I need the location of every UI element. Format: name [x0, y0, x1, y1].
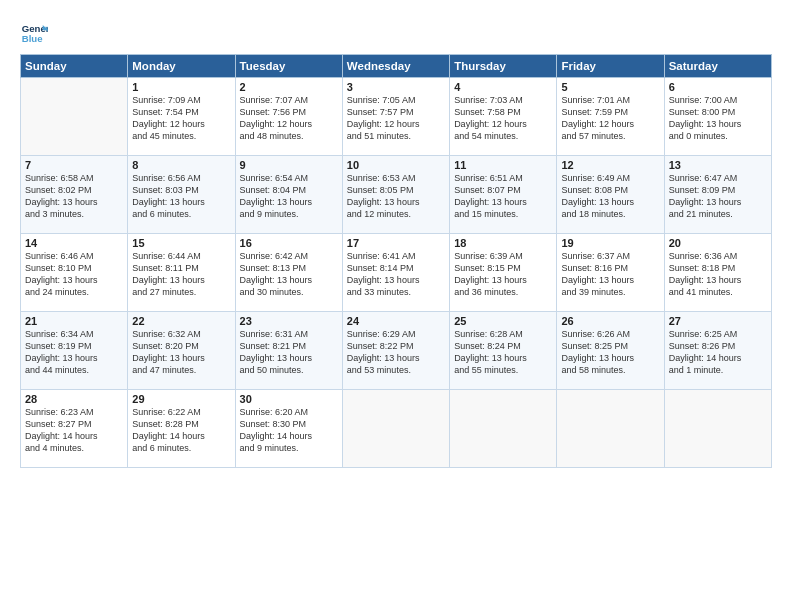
calendar-cell: 24Sunrise: 6:29 AM Sunset: 8:22 PM Dayli… [342, 312, 449, 390]
calendar-cell: 19Sunrise: 6:37 AM Sunset: 8:16 PM Dayli… [557, 234, 664, 312]
cell-text: Sunrise: 7:03 AM Sunset: 7:58 PM Dayligh… [454, 94, 552, 143]
header-area: General Blue [20, 18, 772, 46]
cell-text: Sunrise: 7:05 AM Sunset: 7:57 PM Dayligh… [347, 94, 445, 143]
calendar-cell: 10Sunrise: 6:53 AM Sunset: 8:05 PM Dayli… [342, 156, 449, 234]
cell-text: Sunrise: 6:56 AM Sunset: 8:03 PM Dayligh… [132, 172, 230, 221]
cell-text: Sunrise: 6:39 AM Sunset: 8:15 PM Dayligh… [454, 250, 552, 299]
day-number: 9 [240, 159, 338, 171]
calendar-cell: 9Sunrise: 6:54 AM Sunset: 8:04 PM Daylig… [235, 156, 342, 234]
logo-icon: General Blue [20, 18, 48, 46]
week-row-4: 28Sunrise: 6:23 AM Sunset: 8:27 PM Dayli… [21, 390, 772, 468]
day-number: 17 [347, 237, 445, 249]
cell-text: Sunrise: 6:46 AM Sunset: 8:10 PM Dayligh… [25, 250, 123, 299]
calendar-table: SundayMondayTuesdayWednesdayThursdayFrid… [20, 54, 772, 468]
day-number: 8 [132, 159, 230, 171]
calendar-cell: 8Sunrise: 6:56 AM Sunset: 8:03 PM Daylig… [128, 156, 235, 234]
calendar-cell: 30Sunrise: 6:20 AM Sunset: 8:30 PM Dayli… [235, 390, 342, 468]
header-day-saturday: Saturday [664, 55, 771, 78]
cell-text: Sunrise: 6:42 AM Sunset: 8:13 PM Dayligh… [240, 250, 338, 299]
cell-text: Sunrise: 7:07 AM Sunset: 7:56 PM Dayligh… [240, 94, 338, 143]
day-number: 20 [669, 237, 767, 249]
calendar-cell [664, 390, 771, 468]
logo: General Blue [20, 18, 52, 46]
cell-text: Sunrise: 6:20 AM Sunset: 8:30 PM Dayligh… [240, 406, 338, 455]
header-day-wednesday: Wednesday [342, 55, 449, 78]
cell-text: Sunrise: 6:53 AM Sunset: 8:05 PM Dayligh… [347, 172, 445, 221]
header-day-friday: Friday [557, 55, 664, 78]
cell-text: Sunrise: 6:44 AM Sunset: 8:11 PM Dayligh… [132, 250, 230, 299]
day-number: 27 [669, 315, 767, 327]
calendar-cell: 2Sunrise: 7:07 AM Sunset: 7:56 PM Daylig… [235, 78, 342, 156]
cell-text: Sunrise: 6:31 AM Sunset: 8:21 PM Dayligh… [240, 328, 338, 377]
day-number: 5 [561, 81, 659, 93]
day-number: 12 [561, 159, 659, 171]
day-number: 10 [347, 159, 445, 171]
calendar-cell: 7Sunrise: 6:58 AM Sunset: 8:02 PM Daylig… [21, 156, 128, 234]
day-number: 2 [240, 81, 338, 93]
day-number: 25 [454, 315, 552, 327]
day-number: 15 [132, 237, 230, 249]
day-number: 23 [240, 315, 338, 327]
week-row-3: 21Sunrise: 6:34 AM Sunset: 8:19 PM Dayli… [21, 312, 772, 390]
calendar-cell: 28Sunrise: 6:23 AM Sunset: 8:27 PM Dayli… [21, 390, 128, 468]
calendar-cell: 25Sunrise: 6:28 AM Sunset: 8:24 PM Dayli… [450, 312, 557, 390]
calendar-cell: 4Sunrise: 7:03 AM Sunset: 7:58 PM Daylig… [450, 78, 557, 156]
cell-text: Sunrise: 6:26 AM Sunset: 8:25 PM Dayligh… [561, 328, 659, 377]
header-day-tuesday: Tuesday [235, 55, 342, 78]
day-number: 19 [561, 237, 659, 249]
calendar-cell: 1Sunrise: 7:09 AM Sunset: 7:54 PM Daylig… [128, 78, 235, 156]
cell-text: Sunrise: 6:37 AM Sunset: 8:16 PM Dayligh… [561, 250, 659, 299]
calendar-cell: 17Sunrise: 6:41 AM Sunset: 8:14 PM Dayli… [342, 234, 449, 312]
day-number: 13 [669, 159, 767, 171]
calendar-cell: 29Sunrise: 6:22 AM Sunset: 8:28 PM Dayli… [128, 390, 235, 468]
calendar-cell: 6Sunrise: 7:00 AM Sunset: 8:00 PM Daylig… [664, 78, 771, 156]
cell-text: Sunrise: 6:23 AM Sunset: 8:27 PM Dayligh… [25, 406, 123, 455]
cell-text: Sunrise: 6:25 AM Sunset: 8:26 PM Dayligh… [669, 328, 767, 377]
week-row-1: 7Sunrise: 6:58 AM Sunset: 8:02 PM Daylig… [21, 156, 772, 234]
cell-text: Sunrise: 6:28 AM Sunset: 8:24 PM Dayligh… [454, 328, 552, 377]
day-number: 1 [132, 81, 230, 93]
day-number: 18 [454, 237, 552, 249]
calendar-cell: 11Sunrise: 6:51 AM Sunset: 8:07 PM Dayli… [450, 156, 557, 234]
calendar-cell [557, 390, 664, 468]
cell-text: Sunrise: 6:58 AM Sunset: 8:02 PM Dayligh… [25, 172, 123, 221]
calendar-cell: 26Sunrise: 6:26 AM Sunset: 8:25 PM Dayli… [557, 312, 664, 390]
day-number: 21 [25, 315, 123, 327]
cell-text: Sunrise: 6:34 AM Sunset: 8:19 PM Dayligh… [25, 328, 123, 377]
calendar-cell [450, 390, 557, 468]
header-day-sunday: Sunday [21, 55, 128, 78]
day-number: 29 [132, 393, 230, 405]
calendar-cell: 16Sunrise: 6:42 AM Sunset: 8:13 PM Dayli… [235, 234, 342, 312]
calendar-cell: 3Sunrise: 7:05 AM Sunset: 7:57 PM Daylig… [342, 78, 449, 156]
day-number: 7 [25, 159, 123, 171]
cell-text: Sunrise: 6:41 AM Sunset: 8:14 PM Dayligh… [347, 250, 445, 299]
calendar-cell: 20Sunrise: 6:36 AM Sunset: 8:18 PM Dayli… [664, 234, 771, 312]
week-row-2: 14Sunrise: 6:46 AM Sunset: 8:10 PM Dayli… [21, 234, 772, 312]
day-number: 3 [347, 81, 445, 93]
header-day-thursday: Thursday [450, 55, 557, 78]
cell-text: Sunrise: 6:54 AM Sunset: 8:04 PM Dayligh… [240, 172, 338, 221]
cell-text: Sunrise: 6:49 AM Sunset: 8:08 PM Dayligh… [561, 172, 659, 221]
cell-text: Sunrise: 7:01 AM Sunset: 7:59 PM Dayligh… [561, 94, 659, 143]
cell-text: Sunrise: 6:51 AM Sunset: 8:07 PM Dayligh… [454, 172, 552, 221]
day-number: 6 [669, 81, 767, 93]
calendar-cell: 22Sunrise: 6:32 AM Sunset: 8:20 PM Dayli… [128, 312, 235, 390]
cell-text: Sunrise: 6:29 AM Sunset: 8:22 PM Dayligh… [347, 328, 445, 377]
day-number: 22 [132, 315, 230, 327]
week-row-0: 1Sunrise: 7:09 AM Sunset: 7:54 PM Daylig… [21, 78, 772, 156]
cell-text: Sunrise: 7:00 AM Sunset: 8:00 PM Dayligh… [669, 94, 767, 143]
day-number: 28 [25, 393, 123, 405]
day-number: 14 [25, 237, 123, 249]
calendar-cell: 15Sunrise: 6:44 AM Sunset: 8:11 PM Dayli… [128, 234, 235, 312]
calendar-cell: 21Sunrise: 6:34 AM Sunset: 8:19 PM Dayli… [21, 312, 128, 390]
day-number: 24 [347, 315, 445, 327]
calendar-cell: 5Sunrise: 7:01 AM Sunset: 7:59 PM Daylig… [557, 78, 664, 156]
calendar-cell: 12Sunrise: 6:49 AM Sunset: 8:08 PM Dayli… [557, 156, 664, 234]
calendar-cell: 14Sunrise: 6:46 AM Sunset: 8:10 PM Dayli… [21, 234, 128, 312]
cell-text: Sunrise: 6:36 AM Sunset: 8:18 PM Dayligh… [669, 250, 767, 299]
svg-text:Blue: Blue [22, 33, 43, 44]
day-number: 26 [561, 315, 659, 327]
day-number: 4 [454, 81, 552, 93]
calendar-cell [21, 78, 128, 156]
calendar-cell: 18Sunrise: 6:39 AM Sunset: 8:15 PM Dayli… [450, 234, 557, 312]
